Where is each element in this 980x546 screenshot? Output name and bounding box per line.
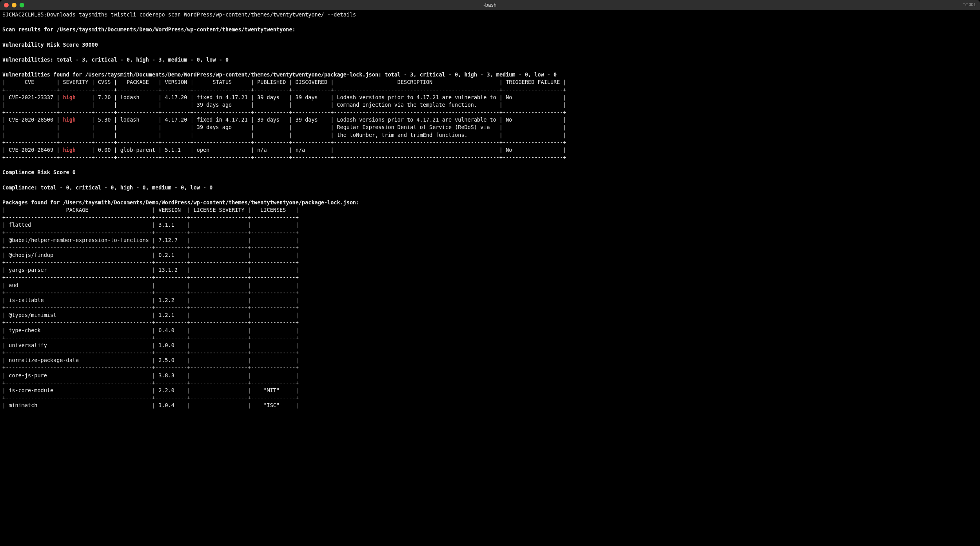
terminal-output[interactable]: SJCMAC2CLML85:Downloads taysmith$ twistc… <box>0 10 980 411</box>
window-titlebar: -bash ⌥⌘1 <box>0 0 980 10</box>
close-window-button[interactable] <box>4 3 9 7</box>
minimize-window-button[interactable] <box>12 3 16 7</box>
window-title: -bash <box>4 2 976 9</box>
traffic-lights <box>4 3 24 7</box>
zoom-window-button[interactable] <box>20 3 24 7</box>
pane-indicator: ⌥⌘1 <box>963 2 976 8</box>
